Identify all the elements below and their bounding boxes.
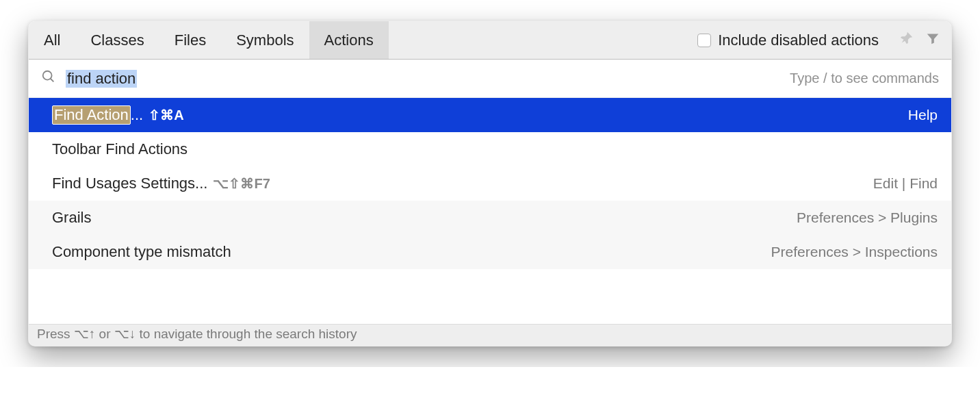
result-title-suffix: ...	[131, 106, 143, 124]
result-context: Help	[184, 107, 938, 123]
tab-all[interactable]: All	[29, 21, 75, 59]
include-disabled-label: Include disabled actions	[718, 31, 879, 49]
search-input[interactable]: find action	[66, 70, 137, 88]
results-padding	[29, 269, 951, 324]
result-find-usages-settings[interactable]: Find Usages Settings... ⌥⇧⌘F7 Edit | Fin…	[29, 166, 951, 201]
tab-bar: All Classes Files Symbols Actions Includ…	[29, 21, 951, 60]
include-disabled-actions[interactable]: Include disabled actions	[688, 21, 888, 59]
search-row: find action Type / to see commands	[29, 60, 951, 98]
footer-hint: Press ⌥↑ or ⌥↓ to navigate through the s…	[29, 324, 951, 346]
search-value: find action	[66, 70, 137, 88]
result-component-type-mismatch[interactable]: Component type mismatch Preferences > In…	[29, 235, 951, 269]
result-grails[interactable]: Grails Preferences > Plugins	[29, 201, 951, 235]
result-shortcut: ⌥⇧⌘F7	[213, 175, 270, 192]
result-title: Find Usages Settings...	[52, 175, 207, 192]
results-list: Find Action... ⇧⌘A Help Toolbar Find Act…	[29, 98, 951, 324]
tab-files[interactable]: Files	[159, 21, 221, 59]
result-shortcut: ⇧⌘A	[149, 107, 183, 123]
result-context: Edit | Find	[270, 175, 938, 192]
result-title: Toolbar Find Actions	[52, 140, 188, 158]
search-hint: Type / to see commands	[137, 71, 939, 86]
result-toolbar-find-actions[interactable]: Toolbar Find Actions	[29, 132, 951, 166]
svg-line-1	[51, 78, 54, 81]
result-context: Preferences > Plugins	[91, 210, 938, 226]
tab-actions[interactable]: Actions	[309, 21, 389, 59]
result-title-highlight: Find Action	[52, 105, 131, 125]
result-title: Grails	[52, 209, 91, 227]
filter-icon[interactable]	[925, 31, 940, 50]
result-title: Component type mismatch	[52, 243, 231, 261]
search-icon	[41, 69, 56, 88]
svg-point-0	[43, 71, 52, 79]
checkbox-icon[interactable]	[697, 34, 711, 47]
tab-classes[interactable]: Classes	[75, 21, 159, 59]
result-context: Preferences > Inspections	[231, 244, 938, 260]
result-find-action[interactable]: Find Action... ⇧⌘A Help	[29, 98, 951, 132]
pin-icon[interactable]	[899, 31, 914, 50]
tab-symbols[interactable]: Symbols	[221, 21, 309, 59]
search-everywhere-popup: All Classes Files Symbols Actions Includ…	[28, 21, 952, 346]
